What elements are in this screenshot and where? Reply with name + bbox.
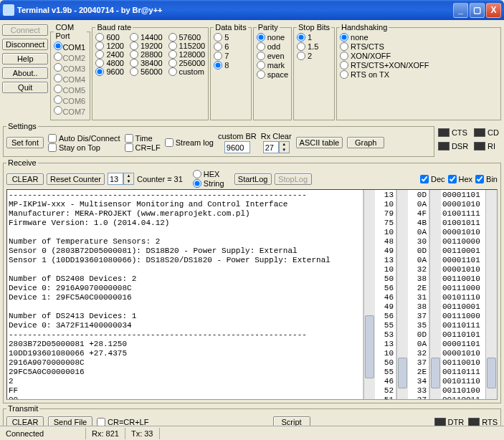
rx-hex-radio[interactable]: HEX — [193, 170, 224, 178]
cd-led: CD — [474, 127, 499, 139]
par-none[interactable]: none — [257, 33, 288, 42]
setfont-button[interactable]: Set font — [6, 137, 44, 148]
hs-RTS/CTS[interactable]: RTS/CTS — [340, 42, 498, 51]
comport-legend: COM Port — [54, 23, 87, 40]
par-even[interactable]: even — [257, 52, 288, 60]
status-connection: Connected — [0, 428, 86, 439]
close-button[interactable]: X — [486, 3, 501, 18]
rxclear-spinner[interactable]: ▲▼ — [279, 141, 290, 153]
resetcounter-button[interactable]: Reset Counter — [47, 173, 105, 185]
counter-sel[interactable] — [108, 173, 123, 185]
db-5[interactable]: 5 — [214, 33, 247, 42]
sb-1[interactable]: 1 — [297, 33, 331, 42]
receive-clear-button[interactable]: CLEAR — [6, 173, 44, 185]
crlf-check[interactable]: CR=LF — [125, 143, 161, 152]
par-mark[interactable]: mark — [257, 61, 288, 70]
cts-led: CTS — [438, 127, 468, 139]
quit-button[interactable]: Quit — [2, 82, 48, 93]
counter-label: Counter = 31 — [137, 175, 183, 183]
baud-custom[interactable]: custom — [168, 67, 206, 76]
baud-115200[interactable]: 115200 — [168, 42, 206, 50]
com-COM5[interactable]: COM5 — [54, 85, 87, 95]
asciitable-button[interactable]: ASCII table — [296, 137, 343, 148]
baud-group: Baud rate 600144005760012001920011520024… — [92, 23, 209, 120]
connect-button[interactable]: Connect — [2, 24, 48, 36]
help-button[interactable]: Help — [2, 53, 48, 64]
status-tx: Tx: 33 — [125, 428, 160, 439]
custombr-label: custom BR — [218, 132, 257, 140]
settings-group: Settings Set font Auto Dis/Connect Stay … — [3, 122, 434, 157]
receive-main[interactable]: ----------------------------------------… — [7, 190, 363, 399]
streamlog-check[interactable]: Stream log — [165, 138, 214, 147]
baud-28800[interactable]: 28800 — [130, 50, 163, 59]
baud-256000[interactable]: 256000 — [168, 59, 206, 67]
receive-hex: 0D 0A 4F 4B 0A 30 0D 0A 32 38 2E 31 38 3… — [408, 190, 429, 399]
autodis-check[interactable]: Auto Dis/Connect — [48, 134, 120, 143]
baud-legend: Baud rate — [95, 23, 133, 32]
sb-1.5[interactable]: 1.5 — [297, 42, 331, 51]
settings-legend: Settings — [6, 122, 38, 130]
baud-600[interactable]: 600 — [95, 33, 123, 42]
baud-2400[interactable]: 2400 — [95, 50, 123, 59]
disconnect-button[interactable]: Disconnect — [2, 39, 48, 50]
stopbits-legend: Stop Bits — [297, 23, 331, 32]
custombr-input[interactable] — [224, 141, 250, 153]
status-rx: Rx: 821 — [86, 428, 125, 439]
counter-spinner[interactable]: ▲▼ — [123, 173, 134, 185]
scrollbar-main[interactable] — [363, 190, 375, 399]
db-7[interactable]: 7 — [214, 52, 247, 60]
receive-terminal: ----------------------------------------… — [6, 189, 498, 400]
rx-string-radio[interactable]: String — [193, 179, 224, 188]
baud-38400[interactable]: 38400 — [130, 59, 163, 67]
baud-14400[interactable]: 14400 — [130, 33, 163, 42]
startlog-button[interactable]: StartLog — [234, 173, 272, 185]
com-COM2[interactable]: COM2 — [54, 52, 87, 63]
minimize-button[interactable]: _ — [453, 3, 468, 18]
databits-group: Data bits 5678 — [210, 23, 251, 120]
par-space[interactable]: space — [257, 70, 288, 79]
scrollbar-hex[interactable] — [429, 190, 441, 399]
handshake-group: Handshaking noneRTS/CTSXON/XOFFRTS/CTS+X… — [336, 23, 501, 120]
baud-9600[interactable]: 9600 — [95, 67, 123, 76]
com-COM1[interactable]: COM1 — [54, 42, 87, 52]
db-8[interactable]: 8 — [214, 61, 247, 70]
baud-128000[interactable]: 128000 — [168, 50, 206, 59]
db-6[interactable]: 6 — [214, 42, 247, 51]
receive-legend: Receive — [6, 158, 38, 167]
scrollbar-dec[interactable] — [396, 190, 408, 399]
stopbits-group: Stop Bits 11.52 — [293, 23, 335, 120]
baud-56000[interactable]: 56000 — [130, 67, 163, 76]
handshake-legend: Handshaking — [340, 23, 389, 32]
sb-2[interactable]: 2 — [297, 52, 331, 60]
window-title: Terminal v1.9b - 20040714 - by Br@y++ — [17, 6, 163, 14]
dsr-led: DSR — [438, 140, 468, 153]
rxclear-input[interactable] — [263, 141, 279, 153]
com-COM6[interactable]: COM6 — [54, 95, 87, 106]
graph-button[interactable]: Graph — [347, 137, 384, 148]
baud-1200[interactable]: 1200 — [95, 42, 123, 50]
receive-bin: 00001101 00001010 01001111 01001011 0000… — [441, 190, 485, 399]
hs-RTS on TX[interactable]: RTS on TX — [340, 70, 498, 79]
stayontop-check[interactable]: Stay on Top — [48, 143, 120, 152]
comport-group: COM Port COM1COM2COM3COM4COM5COM6COM7 — [50, 23, 90, 120]
time-check[interactable]: Time — [125, 134, 161, 143]
dec-check[interactable]: Dec — [420, 175, 445, 183]
stoplog-button[interactable]: StopLog — [275, 173, 312, 185]
hs-RTS/CTS+XON/XOFF[interactable]: RTS/CTS+XON/XOFF — [340, 61, 498, 70]
app-icon — [3, 4, 14, 16]
receive-dec: 13 10 79 75 10 48 49 13 10 50 56 46 49 5… — [375, 190, 396, 399]
com-COM7[interactable]: COM7 — [54, 106, 87, 117]
par-odd[interactable]: odd — [257, 42, 288, 51]
hs-none[interactable]: none — [340, 33, 498, 42]
bin-check[interactable]: Bin — [475, 175, 498, 183]
com-COM3[interactable]: COM3 — [54, 63, 87, 74]
about-button[interactable]: About.. — [2, 67, 48, 79]
hex-check[interactable]: Hex — [448, 175, 473, 183]
scrollbar-bin[interactable] — [485, 190, 497, 399]
com-COM4[interactable]: COM4 — [54, 74, 87, 85]
baud-19200[interactable]: 19200 — [130, 42, 163, 50]
baud-4800[interactable]: 4800 — [95, 59, 123, 67]
maximize-button[interactable]: ▢ — [470, 3, 485, 18]
hs-XON/XOFF[interactable]: XON/XOFF — [340, 52, 498, 60]
baud-57600[interactable]: 57600 — [168, 33, 206, 42]
